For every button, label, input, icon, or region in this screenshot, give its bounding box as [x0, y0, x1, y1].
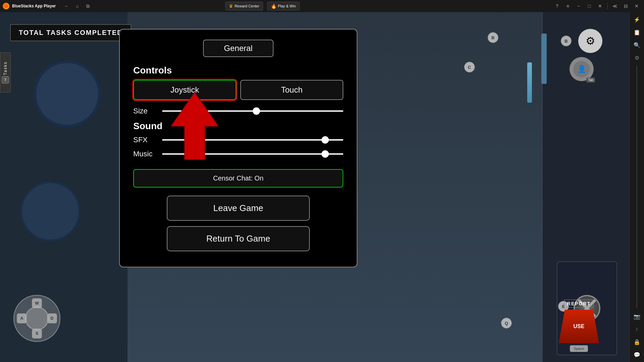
- music-slider-row: Music: [133, 150, 343, 158]
- w-key[interactable]: W: [32, 298, 42, 308]
- gear-button[interactable]: ⚙: [578, 29, 602, 53]
- leave-game-button[interactable]: Leave Game: [167, 196, 310, 221]
- space-button[interactable]: Space: [570, 345, 588, 352]
- menu-button[interactable]: ≡: [563, 1, 573, 11]
- sidebar-icon-2[interactable]: 📋: [631, 26, 643, 38]
- sound-title: Sound: [133, 121, 343, 132]
- multi-button[interactable]: ⧉: [84, 2, 92, 10]
- sidebar-icon-6[interactable]: ↕: [631, 323, 643, 335]
- right-sidebar: ⚡ 📋 🔍 ⚙ 📷 ↕ 🔒 💬: [629, 12, 644, 362]
- sidebar-icon-8[interactable]: 💬: [631, 349, 643, 361]
- sidebar-icon-7[interactable]: 🔒: [631, 336, 643, 348]
- modal-tab-row: General: [133, 40, 343, 57]
- size-slider-thumb[interactable]: [253, 107, 260, 115]
- music-label: Music: [133, 150, 157, 158]
- app-title: BlueStacks App Player: [12, 4, 56, 8]
- sfx-label: SFX: [133, 136, 157, 144]
- sidebar-scroll: [636, 66, 637, 308]
- music-slider[interactable]: [162, 153, 343, 155]
- report-label: REPORT: [564, 300, 594, 308]
- prev-button[interactable]: ≪: [610, 1, 620, 11]
- tasks-sidebar: Tasks T: [0, 52, 11, 93]
- close-button[interactable]: ✕: [595, 1, 605, 11]
- b-key[interactable]: B: [488, 32, 498, 43]
- minimize2-button[interactable]: ⊟: [621, 1, 631, 11]
- main-content: TOTAL TASKS COMPLETED Tasks T B C B ⚙ 👤 …: [0, 12, 629, 362]
- s-key[interactable]: S: [32, 328, 42, 339]
- size-slider[interactable]: [162, 110, 343, 112]
- use-triangle: USE: [559, 310, 599, 343]
- censor-chat-button[interactable]: Censor Chat: On: [133, 169, 343, 188]
- music-slider-thumb[interactable]: [321, 150, 329, 158]
- joystick-container: W A D S: [13, 295, 60, 342]
- back-button[interactable]: ←: [62, 2, 70, 10]
- restore-button[interactable]: □: [585, 1, 594, 11]
- vertical-bar: [527, 62, 532, 103]
- general-tab[interactable]: General: [203, 40, 273, 57]
- sidebar-icon-1[interactable]: ⚡: [631, 13, 643, 25]
- crown-icon: ♛: [229, 3, 233, 9]
- sfx-slider-thumb[interactable]: [321, 136, 329, 144]
- home-button[interactable]: ⌂: [73, 2, 81, 10]
- sfx-slider-row: SFX: [133, 136, 343, 144]
- size-slider-row: Size: [133, 107, 343, 115]
- tasks-banner: TOTAL TASKS COMPLETED: [10, 24, 131, 41]
- titlebar: BlueStacks App Player ← ⌂ ⧉ ♛ Reward Cen…: [0, 0, 644, 12]
- bluestacks-logo: [3, 3, 9, 9]
- sfx-slider[interactable]: [162, 139, 343, 141]
- sidebar-icon-4[interactable]: ⚙: [631, 52, 643, 64]
- fire-icon: 🔥: [271, 3, 277, 9]
- tasks-key: T: [2, 76, 9, 84]
- d-key[interactable]: D: [47, 313, 57, 323]
- close2-button[interactable]: ✕: [632, 1, 641, 11]
- touch-button[interactable]: Touch: [240, 80, 343, 100]
- svg-marker-0: [4, 4, 8, 8]
- controls-row: Joystick Touch: [133, 80, 343, 100]
- tasks-banner-text: TOTAL TASKS COMPLETED: [19, 29, 122, 36]
- reward-center-button[interactable]: ♛ Reward Center: [225, 2, 263, 10]
- sidebar-icon-3[interactable]: 🔍: [631, 39, 643, 51]
- tab-button[interactable]: 👤 Tab: [569, 57, 594, 81]
- play-win-button[interactable]: 🔥 Play & Win: [267, 2, 300, 10]
- titlebar-center: ♛ Reward Center 🔥 Play & Win: [225, 2, 300, 10]
- q-key[interactable]: Q: [501, 318, 512, 328]
- use-label: USE: [574, 323, 585, 329]
- c-key[interactable]: C: [464, 62, 475, 72]
- return-to-game-button[interactable]: Return To Game: [167, 226, 310, 251]
- titlebar-right: ? ≡ − □ ✕ ≪ ⊟ ✕: [552, 1, 644, 11]
- titlebar-nav: ← ⌂ ⧉: [62, 2, 92, 10]
- minimize-button[interactable]: −: [574, 1, 583, 11]
- joystick-button[interactable]: Joystick: [133, 80, 236, 100]
- tasks-label: Tasks: [3, 61, 8, 75]
- b-circle-key[interactable]: B: [561, 36, 572, 46]
- sidebar-icon-5[interactable]: 📷: [631, 310, 643, 322]
- help-button[interactable]: ?: [552, 1, 562, 11]
- size-label: Size: [133, 107, 157, 115]
- controls-title: Controls: [133, 65, 343, 76]
- a-key[interactable]: A: [17, 313, 27, 323]
- settings-modal: General Controls Joystick Touch Size Sou…: [119, 29, 357, 267]
- report-area: REPORT USE Space: [559, 300, 599, 352]
